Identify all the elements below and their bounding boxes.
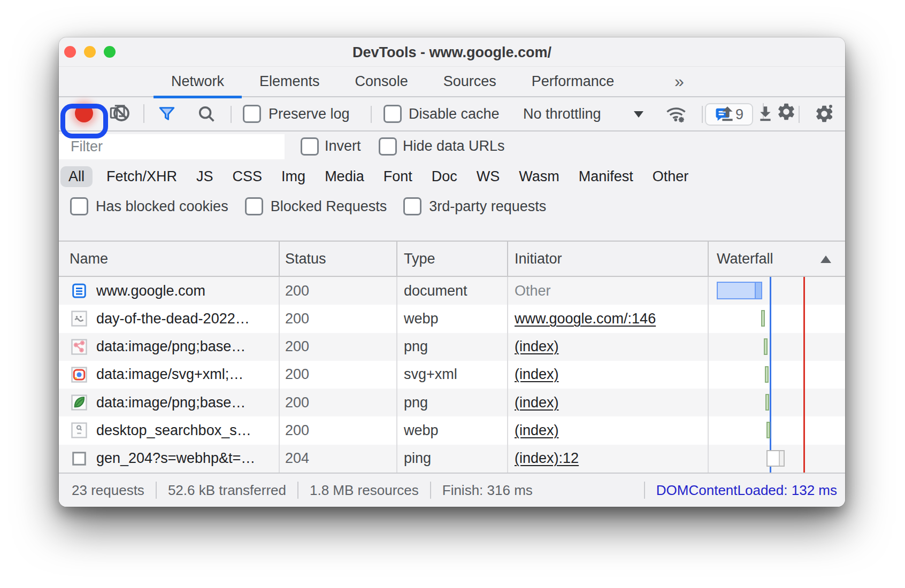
has-blocked-cookies-label: Has blocked cookies <box>96 198 228 215</box>
finish-time: Finish: 316 ms <box>442 482 533 499</box>
table-body: www.google.com 200 document Other day-of… <box>59 277 845 473</box>
invert-checkbox[interactable] <box>301 137 319 156</box>
request-initiator: Other <box>515 283 551 299</box>
tab-console[interactable]: Console <box>338 67 426 97</box>
resources-size: 1.8 MB resources <box>310 482 419 499</box>
initiator-link[interactable]: (index) <box>515 422 559 439</box>
preserve-log-checkbox[interactable] <box>243 105 261 123</box>
disable-cache-label: Disable cache <box>409 97 500 131</box>
request-status: 200 <box>280 277 397 305</box>
request-name: www.google.com <box>96 283 205 299</box>
request-status: 200 <box>280 333 397 361</box>
initiator-link[interactable]: www.google.com/:146 <box>515 311 656 327</box>
tab-sources[interactable]: Sources <box>426 67 514 97</box>
request-status: 200 <box>280 305 397 332</box>
requests-count: 23 requests <box>72 482 144 499</box>
column-header-status[interactable]: Status <box>280 242 397 276</box>
column-header-name[interactable]: Name <box>59 242 280 276</box>
dom-content-loaded-time: DOMContentLoaded: 132 ms <box>656 482 837 499</box>
waterfall-cell <box>709 389 845 416</box>
hide-data-urls-checkbox[interactable] <box>379 137 397 156</box>
request-name: day-of-the-dead-2022… <box>96 311 250 327</box>
column-header-type[interactable]: Type <box>397 242 508 276</box>
tab-network[interactable]: Network <box>154 67 242 97</box>
panel-tabs: Network Elements Console Sources Perform… <box>154 67 632 97</box>
requests-table: Name Status Type Initiator Waterfall www… <box>59 241 845 473</box>
waterfall-bar <box>761 310 765 327</box>
type-filter-ws[interactable]: WS <box>467 168 510 185</box>
tab-elements[interactable]: Elements <box>242 67 338 97</box>
divider <box>430 482 431 499</box>
request-type: webp <box>397 416 508 444</box>
type-filter-other[interactable]: Other <box>643 168 699 185</box>
waterfall-cell <box>709 305 845 332</box>
summary-bar: 23 requests 52.6 kB transferred 1.8 MB r… <box>59 473 845 507</box>
type-filter-doc[interactable]: Doc <box>422 168 467 185</box>
pending-request-icon <box>71 451 87 467</box>
initiator-link[interactable]: (index) <box>515 366 559 383</box>
document-icon <box>71 283 87 299</box>
import-har-icon[interactable] <box>718 104 737 123</box>
request-name: data:image/png;base… <box>96 338 246 355</box>
request-type: svg+xml <box>397 361 508 389</box>
column-header-initiator[interactable]: Initiator <box>508 242 709 276</box>
waterfall-bar <box>766 450 785 467</box>
third-party-requests-checkbox[interactable] <box>403 197 421 215</box>
image-thumbnail-icon <box>71 367 87 383</box>
table-row[interactable]: day-of-the-dead-2022… 200 webp www.googl… <box>59 305 845 332</box>
table-row[interactable]: data:image/png;base… 200 png (index) <box>59 333 845 361</box>
has-blocked-cookies-checkbox[interactable] <box>70 197 88 215</box>
table-row[interactable]: data:image/svg+xml;… 200 svg+xml (index) <box>59 361 845 389</box>
request-status: 200 <box>280 416 397 444</box>
resource-type-filters: All Fetch/XHR JS CSS Img Media Font Doc … <box>60 162 698 191</box>
request-type: ping <box>397 445 508 473</box>
waterfall-bar <box>764 338 768 355</box>
type-filter-fetch-xhr[interactable]: Fetch/XHR <box>97 168 187 185</box>
image-thumbnail-icon <box>71 339 87 355</box>
divider <box>371 106 372 123</box>
type-filter-manifest[interactable]: Manifest <box>569 168 643 185</box>
filter-funnel-icon[interactable] <box>157 104 177 123</box>
divider <box>799 106 800 123</box>
table-row[interactable]: desktop_searchbox_s… 200 webp (index) <box>59 416 845 444</box>
waterfall-cell <box>709 333 845 361</box>
divider <box>231 106 232 123</box>
search-icon[interactable] <box>196 104 216 123</box>
request-type: webp <box>397 305 508 332</box>
type-filter-js[interactable]: JS <box>187 168 223 185</box>
network-settings-gear-icon[interactable] <box>814 104 834 124</box>
type-filter-all[interactable]: All <box>60 166 93 187</box>
type-filter-media[interactable]: Media <box>315 168 374 185</box>
record-button-highlight-annotation <box>60 104 108 138</box>
third-party-requests-label: 3rd-party requests <box>429 198 546 215</box>
type-filter-css[interactable]: CSS <box>223 168 272 185</box>
column-header-waterfall[interactable]: Waterfall <box>709 242 845 276</box>
request-status: 200 <box>280 361 397 389</box>
table-row[interactable]: gen_204?s=webhp&t=… 204 ping (index):12 <box>59 445 845 473</box>
image-thumbnail-icon <box>71 422 87 438</box>
type-filter-img[interactable]: Img <box>272 168 315 185</box>
table-row[interactable]: data:image/png;base… 200 png (index) <box>59 389 845 416</box>
throttling-dropdown-caret-icon[interactable] <box>634 111 643 118</box>
blocked-requests-checkbox[interactable] <box>245 197 263 215</box>
table-row[interactable]: www.google.com 200 document Other <box>59 277 845 305</box>
clear-network-log-icon[interactable] <box>111 103 132 123</box>
initiator-link[interactable]: (index):12 <box>515 450 579 467</box>
waterfall-cell <box>709 277 845 305</box>
tab-performance[interactable]: Performance <box>514 67 632 97</box>
type-filter-font[interactable]: Font <box>374 168 422 185</box>
disable-cache-checkbox[interactable] <box>384 105 402 123</box>
export-har-icon[interactable] <box>756 104 775 123</box>
waterfall-bar <box>765 394 769 411</box>
devtools-tab-bar: Network Elements Console Sources Perform… <box>59 67 845 97</box>
filter-pane: Invert Hide data URLs All Fetch/XHR JS C… <box>59 131 845 241</box>
network-conditions-icon[interactable] <box>665 103 687 126</box>
waterfall-cell <box>709 416 845 444</box>
more-tabs-icon[interactable]: » <box>668 67 691 96</box>
divider <box>143 106 144 123</box>
type-filter-wasm[interactable]: Wasm <box>509 168 569 185</box>
initiator-link[interactable]: (index) <box>515 394 559 411</box>
throttling-select[interactable]: No throttling <box>523 97 601 131</box>
initiator-link[interactable]: (index) <box>515 338 559 355</box>
sort-ascending-icon <box>820 256 831 263</box>
